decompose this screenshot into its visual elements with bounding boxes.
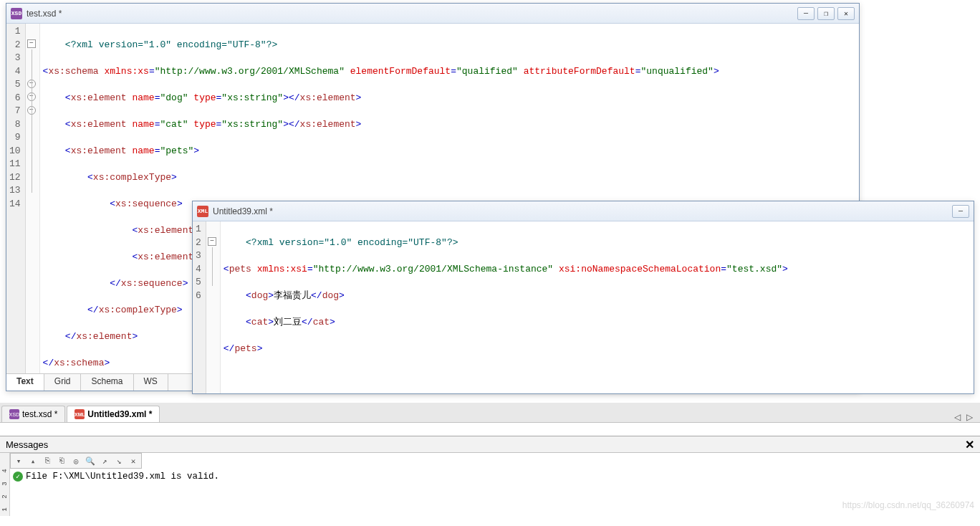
tab-wsdl[interactable]: WS: [134, 374, 168, 391]
doc-tab-label: test.xsd *: [22, 409, 57, 419]
minimize-button[interactable]: —: [952, 205, 969, 218]
line-gutter: 123 456 789 101112 1314: [6, 24, 26, 391]
success-icon: ✓: [13, 472, 23, 482]
window-title: test.xsd *: [27, 9, 797, 19]
maximize-button[interactable]: ❐: [817, 7, 835, 20]
titlebar[interactable]: XSD test.xsd * — ❐ ✕: [6, 4, 859, 24]
doc-tab-label: Untitled39.xml *: [87, 409, 152, 419]
titlebar[interactable]: XML Untitled39.xml * —: [193, 201, 974, 221]
nav-prev-icon[interactable]: ◁: [954, 412, 961, 422]
messages-toolbar: ▾ ▴ ⎘ ⎗ ◎ 🔍 ↗ ↘ ✕: [10, 453, 142, 469]
doc-tab-xml[interactable]: XML Untitled39.xml *: [67, 406, 160, 422]
tab-grid[interactable]: Grid: [44, 374, 82, 391]
nav-next-icon[interactable]: ▷: [966, 412, 973, 422]
close-button[interactable]: ✕: [837, 7, 855, 20]
toolbar-btn[interactable]: ⎘: [41, 455, 54, 467]
code-editor[interactable]: <?xml version="1.0" encoding="UTF-8"?> <…: [221, 221, 974, 393]
file-icon-xsd: XSD: [11, 8, 22, 19]
toolbar-btn[interactable]: ◎: [69, 455, 82, 467]
toolbar-clear-icon[interactable]: ✕: [127, 455, 140, 467]
toolbar-btn[interactable]: ▴: [27, 455, 39, 467]
tab-text[interactable]: Text: [6, 374, 44, 391]
fold-column[interactable]: −: [206, 221, 221, 393]
message-tab-numbers[interactable]: 1 2 3 4: [0, 453, 10, 516]
fold-column[interactable]: − − − −: [26, 24, 40, 391]
toolbar-btn[interactable]: ▾: [12, 455, 25, 467]
file-icon-xsd: XSD: [9, 409, 19, 419]
messages-body: ✓ File F:\XML\Untitled39.xml is valid.: [10, 470, 980, 513]
editor-window-xml: XML Untitled39.xml * — 123 456 − <?xml v…: [192, 201, 974, 394]
doc-tab-nav: ◁ ▷: [947, 412, 980, 422]
line-gutter: 123 456: [193, 221, 206, 393]
document-tabs: XSD test.xsd * XML Untitled39.xml * ◁ ▷: [0, 403, 980, 423]
watermark-text: https://blog.csdn.net/qq_36260974: [842, 500, 974, 510]
doc-tab-xsd[interactable]: XSD test.xsd *: [1, 406, 65, 422]
fold-toggle[interactable]: −: [27, 39, 36, 48]
file-icon-xml: XML: [197, 206, 208, 217]
minimize-button[interactable]: —: [797, 7, 815, 20]
messages-close-icon[interactable]: ✕: [965, 438, 974, 451]
messages-header: Messages ✕: [0, 436, 980, 453]
tab-schema[interactable]: Schema: [81, 374, 133, 391]
message-text: File F:\XML\Untitled39.xml is valid.: [26, 472, 219, 482]
fold-toggle[interactable]: −: [208, 237, 216, 246]
file-icon-xml: XML: [75, 409, 85, 419]
toolbar-btn[interactable]: ⎗: [55, 455, 68, 467]
toolbar-btn[interactable]: ↘: [112, 455, 125, 467]
messages-title: Messages: [6, 439, 48, 450]
toolbar-btn[interactable]: 🔍: [84, 455, 97, 467]
toolbar-btn[interactable]: ↗: [98, 455, 111, 467]
window-title: Untitled39.xml *: [213, 206, 952, 216]
